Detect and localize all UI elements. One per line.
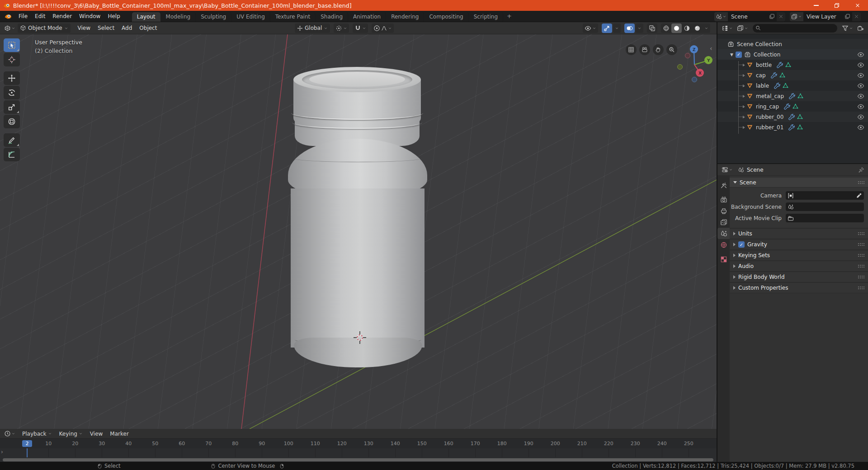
workspace-tab[interactable]: UV Editing [231,12,270,22]
shading-material-button[interactable] [682,24,692,33]
modifier-wrench-icon[interactable] [776,61,783,68]
scene-collection-row[interactable]: Scene Collection [717,39,868,49]
workspace-tab[interactable]: Modeling [161,12,196,22]
tool-button[interactable] [4,53,20,66]
workspace-tab[interactable]: Scripting [469,12,503,22]
mesh-data-icon[interactable] [792,103,799,110]
outliner-object-row[interactable]: metal_cap [717,91,868,101]
mesh-data-icon[interactable] [797,93,804,99]
menu-item[interactable]: Edit [31,12,49,21]
blender-menu-icon[interactable] [4,13,12,20]
modifier-wrench-icon[interactable] [770,72,777,79]
outliner-object-row[interactable]: lable [717,80,868,91]
timeline-menu-item[interactable]: Playback [19,430,56,438]
property-field[interactable] [786,191,864,200]
panel-drag-dots[interactable] [858,264,864,268]
workspace-tab[interactable]: Sculpting [196,12,231,22]
timeline-ruler[interactable]: 2 10203040506070809010011012013014015016… [0,439,717,448]
panel-drag-dots[interactable] [858,254,864,257]
hide-toggle[interactable] [857,82,864,89]
modifier-wrench-icon[interactable] [788,124,795,131]
viewport-3d[interactable]: Object Mode ViewSelectAddObject Global [0,22,717,429]
snap-button[interactable] [353,24,368,33]
close-button[interactable] [847,0,868,11]
new-scene-icon[interactable] [769,14,775,19]
outliner-object-row[interactable]: cap [717,70,868,80]
workspace-tab[interactable]: Rendering [386,12,424,22]
properties-tab[interactable] [717,194,730,205]
timeline-scrollbar[interactable] [3,458,713,461]
scene-name-field[interactable]: Scene [728,12,777,21]
properties-tab[interactable] [717,228,730,239]
menu-item[interactable]: Help [104,12,123,21]
modifier-wrench-icon[interactable] [788,93,795,99]
tool-button[interactable] [4,38,20,52]
collapsed-panel-header[interactable]: Rigid Body World [730,272,868,282]
eyedropper-icon[interactable] [856,193,862,199]
mode-select[interactable]: Object Mode [18,24,71,33]
workspace-tab[interactable]: Animation [348,12,386,22]
hide-toggle[interactable] [857,61,864,69]
mesh-data-icon[interactable] [779,72,786,79]
modifier-wrench-icon[interactable] [783,103,790,110]
workspace-tab[interactable]: Shading [316,12,348,22]
property-field[interactable] [786,214,864,222]
mesh-data-icon[interactable] [785,61,792,68]
filter-button[interactable] [840,24,854,33]
property-field[interactable] [786,202,864,211]
editor-type-button[interactable] [3,24,17,33]
hide-toggle[interactable] [857,93,864,100]
pivot-point-button[interactable] [334,24,349,33]
outliner-search[interactable] [753,24,837,33]
outliner-object-row[interactable]: rubber_00 [717,112,868,122]
bottle-model[interactable] [0,22,717,429]
viewport-menu-item[interactable]: Select [94,24,118,33]
tool-button[interactable] [4,148,20,161]
overlays-dropdown-button[interactable] [636,24,643,33]
panel-drag-dots[interactable] [858,275,864,279]
outliner-object-row[interactable]: bottle [717,60,868,70]
hide-toggle[interactable] [857,113,864,121]
modifier-wrench-icon[interactable] [788,113,795,120]
panel-drag-dots[interactable] [858,181,864,184]
tool-button[interactable] [4,71,20,85]
viewport-menu-item[interactable]: Add [118,24,136,33]
menu-item[interactable]: File [15,12,31,21]
new-view-layer-icon[interactable] [844,14,850,19]
toggle-projection-button[interactable] [626,44,637,55]
expand-arrow-icon[interactable]: ▼ [730,52,733,57]
collapsed-panel-header[interactable]: Custom Properties [730,282,868,293]
restore-button[interactable] [826,0,847,11]
timeline-menu-item[interactable]: Marker [106,430,132,438]
outliner-object-row[interactable]: rubber_01 [717,122,868,132]
tool-button[interactable] [4,133,20,147]
minimize-button[interactable] [806,0,826,11]
properties-tab[interactable] [717,239,730,250]
menu-item[interactable]: Window [75,12,104,21]
unlink-scene-button[interactable] [777,14,785,19]
properties-tab[interactable] [717,254,730,265]
viewport-menu-item[interactable]: Object [136,24,160,33]
collection-checkbox[interactable] [736,52,742,58]
overlays-toggle-button[interactable] [624,24,635,33]
view-layer-name-field[interactable]: View Layer [803,12,852,21]
tool-button[interactable] [4,115,20,128]
workspace-tab[interactable]: Texture Paint [270,12,316,22]
hide-toggle[interactable] [857,72,864,79]
shading-solid-button[interactable] [671,24,682,33]
collection-row[interactable]: ▼ Collection [717,49,868,60]
gizmo-toggle-button[interactable] [602,24,612,33]
pin-icon[interactable] [858,167,864,173]
timeline-track[interactable] [0,448,717,457]
playhead-badge[interactable]: 2 [22,440,32,447]
search-input[interactable] [763,25,794,31]
shading-wireframe-button[interactable] [661,24,671,33]
timeline-menu-item[interactable]: Keying [56,430,86,438]
properties-tab[interactable] [717,216,730,228]
mesh-data-icon[interactable] [797,124,803,131]
camera-view-button[interactable] [639,44,650,55]
tool-button[interactable] [4,100,20,114]
timeline-menu-item[interactable]: View [86,430,106,438]
scene-panel-header[interactable]: Scene [730,178,868,188]
xray-toggle-button[interactable] [647,24,657,33]
